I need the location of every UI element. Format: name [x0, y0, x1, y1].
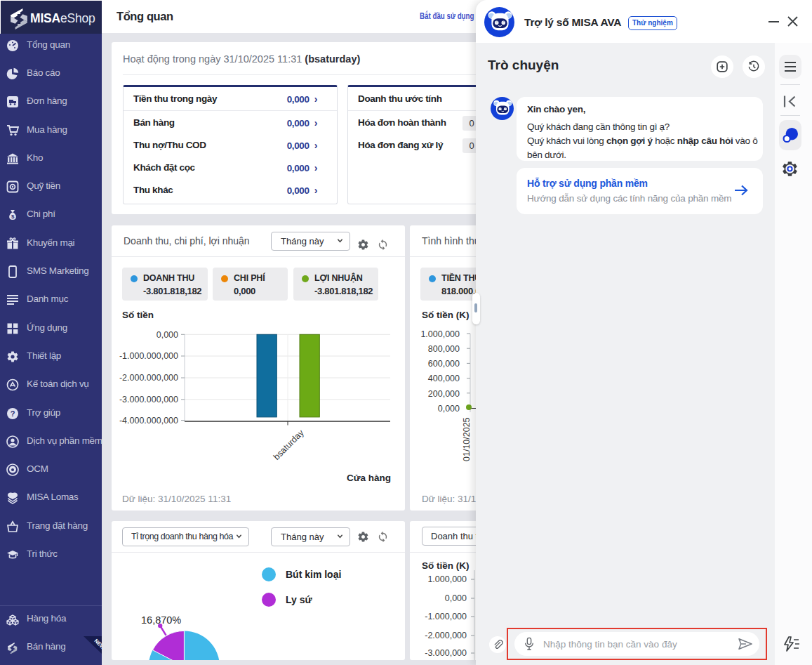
svg-text:16,870%: 16,870% [141, 614, 181, 626]
svg-text:?: ? [11, 409, 15, 417]
